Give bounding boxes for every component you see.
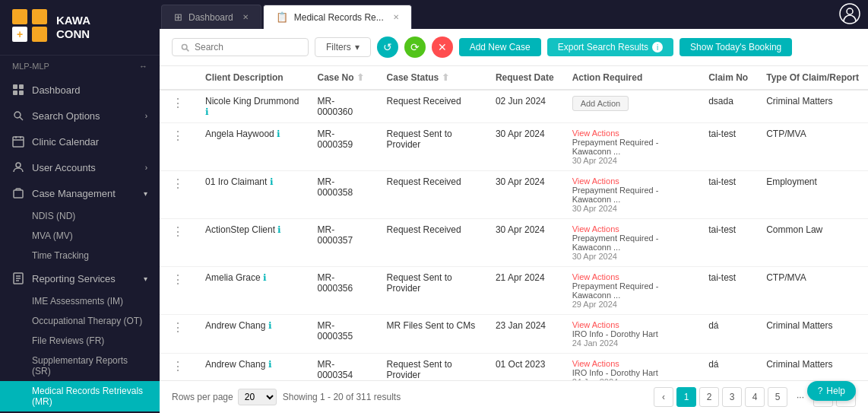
sidebar-sub-time[interactable]: Time Tracking xyxy=(0,246,160,265)
row-dots[interactable]: ⋮ xyxy=(160,90,196,123)
view-actions-link[interactable]: View Actions xyxy=(572,224,691,234)
tab-mrr-close[interactable]: ✕ xyxy=(393,13,399,21)
col-client[interactable]: Client Description xyxy=(196,66,309,90)
row-dots[interactable]: ⋮ xyxy=(160,219,196,267)
row-date: 30 Apr 2024 xyxy=(486,219,563,267)
row-client: Andrew Chang ℹ xyxy=(196,315,309,354)
sidebar-sub-mrr[interactable]: Medical Records Retrievals (MR) xyxy=(0,381,160,411)
sidebar-sub-mva[interactable]: MVA (MV) xyxy=(0,226,160,246)
row-status: Request Sent to Provider xyxy=(378,354,486,381)
row-action: View ActionsPrepayment Required - Kawaco… xyxy=(563,171,700,219)
refresh-button-1[interactable]: ↺ xyxy=(377,37,398,58)
sidebar-item-case-label: Case Management xyxy=(32,188,116,199)
row-type: Criminal Matters xyxy=(757,315,868,354)
help-icon: ? xyxy=(818,386,823,396)
sidebar-item-dashboard[interactable]: Dashboard xyxy=(0,77,160,103)
sidebar-item-clinic-label: Clinic Calendar xyxy=(32,136,99,148)
client-info-icon[interactable]: ℹ xyxy=(268,359,272,370)
sidebar-item-users-label: User Accounts xyxy=(32,162,96,173)
svg-rect-11 xyxy=(14,190,23,198)
svg-point-18 xyxy=(840,4,860,24)
row-claim: dsada xyxy=(699,90,757,123)
refresh-button-2[interactable]: ⟳ xyxy=(404,37,426,58)
row-client: Nicole King Drummond ℹ xyxy=(196,90,309,123)
view-actions-link[interactable]: View Actions xyxy=(572,176,691,186)
row-type: Employment xyxy=(757,171,868,219)
add-case-button[interactable]: Add New Case xyxy=(459,38,541,56)
table-row: ⋮ Andrew Chang ℹ MR-0000354 Request Sent… xyxy=(160,354,868,381)
client-info-icon[interactable]: ℹ xyxy=(270,176,274,187)
tab-mrr[interactable]: 📋 Medical Records Re... ✕ xyxy=(263,5,412,29)
app-title: MLP-MLP ↔ xyxy=(0,56,160,77)
sidebar-item-case-management[interactable]: Case Management ▾ xyxy=(0,180,160,206)
rows-select[interactable]: 20 50 100 xyxy=(238,389,277,405)
export-button[interactable]: Export Search Results i xyxy=(547,38,673,56)
rows-per-page: Rows per page 20 50 100 xyxy=(172,389,277,405)
client-info-icon[interactable]: ℹ xyxy=(205,106,209,117)
row-dots[interactable]: ⋮ xyxy=(160,315,196,354)
page-4-button[interactable]: 4 xyxy=(745,387,765,407)
prev-page-button[interactable]: ‹ xyxy=(654,387,673,407)
search-icon xyxy=(180,43,190,52)
tab-bar: ⊞ Dashboard ✕ 📋 Medical Records Re... ✕ xyxy=(160,0,868,29)
client-info-icon[interactable]: ℹ xyxy=(263,272,267,283)
sidebar: + KAWACONN MLP-MLP ↔ Dashboard Search Op… xyxy=(0,0,160,413)
view-actions-link[interactable]: View Actions xyxy=(572,320,691,329)
row-client: Amelia Grace ℹ xyxy=(196,267,309,315)
view-actions-link[interactable]: View Actions xyxy=(572,129,691,138)
export-info-icon: i xyxy=(652,42,663,52)
row-case-no: MR-0000360 xyxy=(309,90,378,123)
toolbar: Filters ▾ ↺ ⟳ ✕ Add New Case Export Sear… xyxy=(160,29,868,66)
row-dots[interactable]: ⋮ xyxy=(160,354,196,381)
page-2-button[interactable]: 2 xyxy=(699,387,719,407)
sidebar-item-clinic[interactable]: Clinic Calendar xyxy=(0,129,160,154)
sidebar-sub-ime[interactable]: IME Assessments (IM) xyxy=(0,291,160,311)
row-date: 02 Jun 2024 xyxy=(486,90,563,123)
help-button[interactable]: ? Help xyxy=(807,381,856,401)
client-info-icon[interactable]: ℹ xyxy=(268,320,272,331)
client-info-icon[interactable]: ℹ xyxy=(277,224,281,235)
action-date-text: 24 Jan 2024 xyxy=(572,338,691,348)
row-dots[interactable]: ⋮ xyxy=(160,123,196,171)
tab-dashboard[interactable]: ⊞ Dashboard ✕ xyxy=(161,5,261,29)
row-date: 23 Jan 2024 xyxy=(486,315,563,354)
row-case-no: MR-0000357 xyxy=(309,219,378,267)
filters-chevron-icon: ▾ xyxy=(355,42,360,52)
row-dots[interactable]: ⋮ xyxy=(160,267,196,315)
page-3-button[interactable]: 3 xyxy=(722,387,742,407)
page-5-button[interactable]: 5 xyxy=(768,387,787,407)
row-type: CTP/MVA xyxy=(757,267,868,315)
logo-text: KAWACONN xyxy=(56,14,90,41)
row-claim: dá xyxy=(699,315,757,354)
page-1-button[interactable]: 1 xyxy=(676,387,696,407)
tab-dashboard-label: Dashboard xyxy=(188,12,233,23)
col-case-no[interactable]: Case No ⬆ xyxy=(309,66,378,90)
user-avatar[interactable] xyxy=(839,3,860,27)
svg-point-4 xyxy=(14,112,21,118)
row-case-no: MR-0000359 xyxy=(309,123,378,171)
tab-dashboard-close[interactable]: ✕ xyxy=(242,13,249,21)
sidebar-sub-file[interactable]: File Reviews (FR) xyxy=(0,331,160,351)
row-dots[interactable]: ⋮ xyxy=(160,171,196,219)
add-action-button[interactable]: Add Action xyxy=(572,96,629,111)
col-status[interactable]: Case Status ⬆ xyxy=(378,66,486,90)
row-type: Criminal Matters xyxy=(757,90,868,123)
row-claim: dá xyxy=(699,354,757,381)
sidebar-item-reporting[interactable]: Reporting Services ▾ xyxy=(0,265,160,291)
sidebar-sub-ndis[interactable]: NDIS (ND) xyxy=(0,206,160,226)
search-input[interactable] xyxy=(195,42,286,52)
col-dots xyxy=(160,66,196,90)
row-date: 30 Apr 2024 xyxy=(486,171,563,219)
client-info-icon[interactable]: ℹ xyxy=(277,129,280,139)
search-box[interactable] xyxy=(172,38,309,56)
sidebar-item-search[interactable]: Search Options › xyxy=(0,103,160,129)
svg-rect-1 xyxy=(19,84,24,89)
clear-button[interactable]: ✕ xyxy=(432,37,453,58)
sidebar-item-users[interactable]: User Accounts › xyxy=(0,154,160,180)
view-actions-link[interactable]: View Actions xyxy=(572,272,691,281)
view-actions-link[interactable]: View Actions xyxy=(572,359,691,368)
filters-button[interactable]: Filters ▾ xyxy=(315,37,371,57)
sidebar-sub-ot[interactable]: Occupational Therapy (OT) xyxy=(0,311,160,331)
sidebar-sub-supplementary[interactable]: Supplementary Reports (SR) xyxy=(0,351,160,381)
booking-button[interactable]: Show Today's Booking xyxy=(680,38,792,56)
